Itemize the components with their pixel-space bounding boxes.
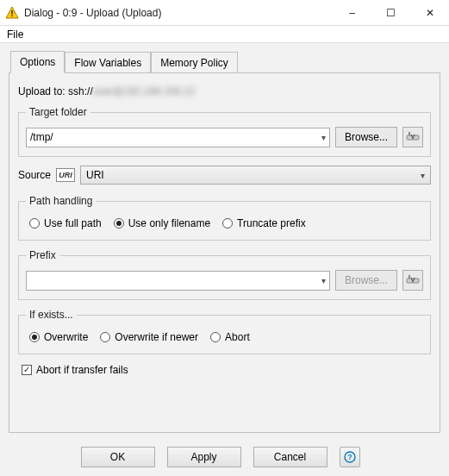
checkbox-abort-if-transfer-fails[interactable]: Abort if transfer fails bbox=[22, 364, 128, 376]
content-area: Options Flow Variables Memory Policy Upl… bbox=[0, 43, 449, 438]
group-if-exists: If exists... Overwrite Overwrite if newe… bbox=[18, 309, 431, 354]
target-folder-browse-button[interactable]: Browse... bbox=[335, 127, 397, 147]
source-row: Source URI URI ▾ bbox=[18, 166, 431, 185]
dialog-footer: OK Apply Cancel ? bbox=[0, 438, 449, 476]
chevron-down-icon: ▾ bbox=[321, 133, 326, 142]
tab-memory-policy[interactable]: Memory Policy bbox=[151, 52, 238, 73]
window-title: Dialog - 0:9 - Upload (Upload) bbox=[24, 7, 333, 19]
tab-panel-options: Upload to: ssh://user@192.168.200.22 Tar… bbox=[9, 72, 440, 433]
apply-button[interactable]: Apply bbox=[167, 447, 241, 467]
svg-text:?: ? bbox=[347, 453, 352, 461]
uri-badge-icon: URI bbox=[56, 168, 75, 182]
radio-truncate-prefix[interactable]: Truncate prefix bbox=[222, 217, 306, 229]
menubar: File bbox=[0, 26, 449, 43]
menu-file[interactable]: File bbox=[7, 28, 23, 41]
source-value: URI bbox=[86, 169, 104, 181]
source-dropdown[interactable]: URI ▾ bbox=[80, 166, 431, 185]
tab-bar: Options Flow Variables Memory Policy bbox=[10, 50, 440, 72]
maximize-button[interactable]: ☐ bbox=[371, 0, 410, 26]
upload-to-label: Upload to: bbox=[18, 85, 65, 97]
upload-to-prefix: ssh:// bbox=[68, 85, 93, 97]
radio-use-only-filename[interactable]: Use only filename bbox=[114, 217, 210, 229]
minimize-button[interactable]: – bbox=[333, 0, 371, 26]
radio-abort[interactable]: Abort bbox=[210, 331, 250, 343]
close-button[interactable]: ✕ bbox=[410, 0, 449, 26]
chevron-down-icon: ▾ bbox=[321, 276, 326, 285]
group-target-folder: Target folder /tmp/ ▾ Browse... V bbox=[18, 106, 431, 157]
legend-target-folder: Target folder bbox=[26, 106, 90, 118]
help-button[interactable]: ? bbox=[340, 447, 360, 467]
radio-overwrite[interactable]: Overwrite bbox=[29, 331, 88, 343]
tab-flow-variables[interactable]: Flow Variables bbox=[65, 52, 151, 73]
legend-prefix: Prefix bbox=[26, 249, 59, 261]
upload-to-host: user@192.168.200.22 bbox=[93, 85, 196, 97]
chevron-down-icon: ▾ bbox=[421, 171, 425, 180]
tab-options[interactable]: Options bbox=[10, 51, 65, 73]
legend-path-handling: Path handling bbox=[26, 195, 96, 207]
target-folder-input[interactable]: /tmp/ ▾ bbox=[26, 128, 330, 147]
svg-rect-1 bbox=[11, 10, 13, 15]
target-folder-value: /tmp/ bbox=[30, 131, 53, 143]
radio-overwrite-if-newer[interactable]: Overwrite if newer bbox=[100, 331, 198, 343]
target-folder-flowvar-button[interactable]: V bbox=[402, 127, 423, 147]
svg-text:V: V bbox=[411, 277, 415, 283]
legend-if-exists: If exists... bbox=[26, 309, 77, 321]
prefix-browse-button: Browse... bbox=[335, 270, 397, 291]
upload-to-line: Upload to: ssh://user@192.168.200.22 bbox=[18, 85, 431, 97]
app-icon bbox=[5, 6, 19, 20]
ok-button[interactable]: OK bbox=[81, 447, 155, 467]
svg-text:V: V bbox=[411, 134, 415, 140]
svg-rect-2 bbox=[11, 15, 13, 16]
prefix-input[interactable]: ▾ bbox=[26, 271, 330, 291]
prefix-flowvar-button[interactable]: V bbox=[402, 270, 423, 291]
group-path-handling: Path handling Use full path Use only fil… bbox=[18, 195, 431, 241]
titlebar: Dialog - 0:9 - Upload (Upload) – ☐ ✕ bbox=[0, 0, 449, 26]
cancel-button[interactable]: Cancel bbox=[253, 447, 327, 467]
source-label: Source bbox=[18, 169, 51, 181]
group-prefix: Prefix ▾ Browse... V bbox=[18, 249, 431, 300]
radio-use-full-path[interactable]: Use full path bbox=[29, 217, 102, 229]
